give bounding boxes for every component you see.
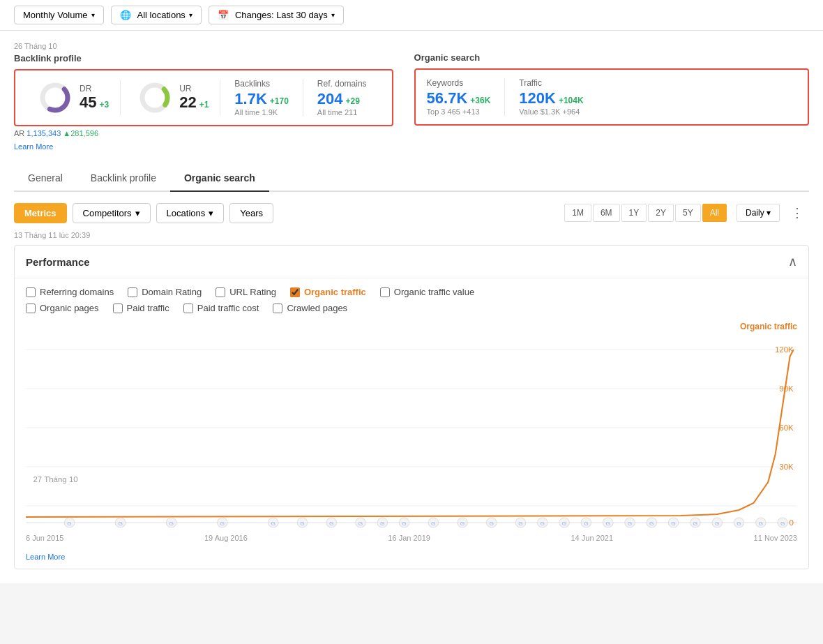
time-5y[interactable]: 5Y [675, 204, 701, 222]
svg-text:G: G [584, 521, 588, 527]
filter-bar: Metrics Competitors ▾ Locations ▾ Years … [14, 192, 809, 230]
svg-text:G: G [431, 521, 435, 527]
checkbox-organic-traffic-value[interactable]: Organic traffic value [380, 287, 474, 297]
checkbox-organic-traffic-input[interactable] [290, 287, 300, 297]
backlink-learn-more[interactable]: Learn More [14, 142, 53, 151]
date-label-0: 6 Jun 2015 [26, 534, 63, 542]
checkbox-crawled-pages-input[interactable] [273, 304, 282, 313]
svg-text:G: G [605, 521, 610, 527]
performance-title: Performance [26, 256, 90, 268]
keywords-value: 56.7K [427, 89, 468, 107]
svg-text:G: G [541, 521, 545, 527]
svg-text:G: G [649, 521, 654, 527]
monthly-volume-label: Monthly Volume [23, 10, 88, 20]
svg-text:G: G [118, 521, 122, 527]
locations-label: Locations [167, 208, 206, 218]
organic-metrics-row: Keywords 56.7K +36K Top 3 465 +413 Traff… [414, 68, 809, 126]
daily-arrow: ▾ [767, 208, 771, 218]
monthly-volume-arrow: ▾ [91, 11, 95, 19]
competitors-arrow: ▾ [135, 208, 140, 218]
tab-backlink-profile[interactable]: Backlink profile [77, 165, 170, 192]
more-options-btn[interactable]: ⋮ [785, 202, 809, 224]
date-label-4: 11 Nov 2023 [754, 534, 797, 542]
organic-section: Organic search Keywords 56.7K +36K Top 3… [414, 42, 809, 151]
all-locations-btn[interactable]: 🌐 All locations ▾ [111, 6, 202, 24]
checkboxes-row2: Organic pages Paid traffic Paid traffic … [15, 303, 808, 322]
checkbox-url-rating[interactable]: URL Rating [216, 287, 276, 297]
dr-info: DR 45 +3 [80, 84, 109, 112]
tab-organic-search[interactable]: Organic search [170, 165, 269, 192]
changes-btn[interactable]: 📅 Changes: Last 30 days ▾ [209, 6, 344, 24]
date-label-3: 14 Jun 2021 [571, 534, 613, 542]
svg-text:G: G [671, 521, 675, 527]
ur-info: UR 22 +1 [179, 84, 209, 112]
performance-toggle[interactable]: ∧ [788, 254, 797, 269]
checkbox-paid-traffic-cost-input[interactable] [183, 304, 193, 313]
paid-traffic-label: Paid traffic [127, 303, 169, 313]
filter-timestamp: 13 Tháng 11 lúc 20:39 [14, 231, 809, 239]
keywords-delta: +36K [470, 96, 490, 105]
backlinks-label: Backlinks [234, 79, 270, 89]
svg-text:G: G [759, 521, 763, 527]
checkbox-organic-traffic-value-input[interactable] [380, 287, 390, 297]
performance-header: Performance ∧ [15, 246, 808, 278]
domain-rating-label: Domain Rating [142, 287, 202, 297]
monthly-volume-btn[interactable]: Monthly Volume ▾ [14, 6, 104, 24]
date-label-2: 16 Jan 2019 [388, 534, 430, 542]
checkbox-organic-pages[interactable]: Organic pages [26, 303, 99, 313]
time-1m[interactable]: 1M [564, 204, 591, 222]
metrics-btn[interactable]: Metrics [14, 203, 67, 223]
chart-learn-more[interactable]: Learn More [26, 553, 65, 561]
ref-domains-label: Ref. domains [317, 79, 367, 89]
time-1y[interactable]: 1Y [621, 204, 647, 222]
checkbox-domain-rating[interactable]: Domain Rating [128, 287, 202, 297]
checkbox-organic-traffic[interactable]: Organic traffic [290, 287, 366, 297]
backlinks-metric: Backlinks 1.7K +170 All time 1.9K [220, 79, 303, 117]
traffic-value: 120K [519, 89, 556, 107]
ur-donut-chart [137, 80, 172, 115]
checkbox-paid-traffic[interactable]: Paid traffic [113, 303, 169, 313]
time-all[interactable]: All [702, 204, 727, 222]
ar-label: AR [14, 129, 24, 137]
checkbox-referring-domains-input[interactable] [26, 287, 36, 297]
ur-delta: +1 [199, 100, 209, 110]
checkbox-paid-traffic-cost[interactable]: Paid traffic cost [183, 303, 259, 313]
checkbox-organic-pages-input[interactable] [26, 304, 36, 313]
changes-arrow: ▾ [331, 11, 335, 19]
time-6m[interactable]: 6M [593, 204, 620, 222]
ref-domains-sub: All time 211 [317, 108, 357, 117]
checkbox-crawled-pages[interactable]: Crawled pages [273, 303, 347, 313]
years-btn[interactable]: Years [229, 203, 273, 223]
ar-value: 1,135,343 [27, 129, 61, 137]
svg-text:G: G [518, 521, 522, 527]
daily-btn[interactable]: Daily ▾ [737, 204, 780, 222]
backlinks-sub: All time 1.9K [234, 108, 278, 117]
performance-section: Performance ∧ Referring domains Domain R… [14, 245, 809, 569]
backlink-profile-section: 26 Tháng 10 Backlink profile DR 45 [14, 42, 393, 151]
tab-general[interactable]: General [14, 165, 77, 192]
checkbox-url-rating-input[interactable] [216, 287, 225, 297]
competitors-btn[interactable]: Competitors ▾ [73, 203, 151, 223]
referring-domains-label: Referring domains [40, 287, 114, 297]
svg-text:G: G [271, 521, 275, 527]
svg-text:60K: 60K [779, 424, 794, 432]
ref-domains-metric: Ref. domains 204 +29 All time 211 [303, 79, 381, 117]
date-bar: 6 Jun 2015 19 Aug 2016 16 Jan 2019 14 Ju… [26, 531, 797, 548]
svg-text:G: G [67, 521, 71, 527]
competitors-label: Competitors [83, 208, 132, 218]
svg-text:G: G [628, 521, 632, 527]
locations-btn[interactable]: Locations ▾ [156, 203, 225, 223]
svg-text:G: G [693, 521, 697, 527]
svg-text:G: G [402, 521, 406, 527]
time-2y[interactable]: 2Y [648, 204, 674, 222]
metrics-label: Metrics [24, 208, 56, 218]
svg-text:G: G [737, 521, 741, 527]
traffic-label: Traffic [519, 78, 542, 88]
checkbox-domain-rating-input[interactable] [128, 287, 137, 297]
checkbox-paid-traffic-input[interactable] [113, 304, 123, 313]
svg-text:G: G [460, 521, 465, 527]
traffic-chart-svg: G G G G G G [26, 336, 797, 531]
checkbox-referring-domains[interactable]: Referring domains [26, 287, 114, 297]
backlink-metrics-row: DR 45 +3 [14, 69, 393, 126]
years-label: Years [240, 208, 263, 218]
